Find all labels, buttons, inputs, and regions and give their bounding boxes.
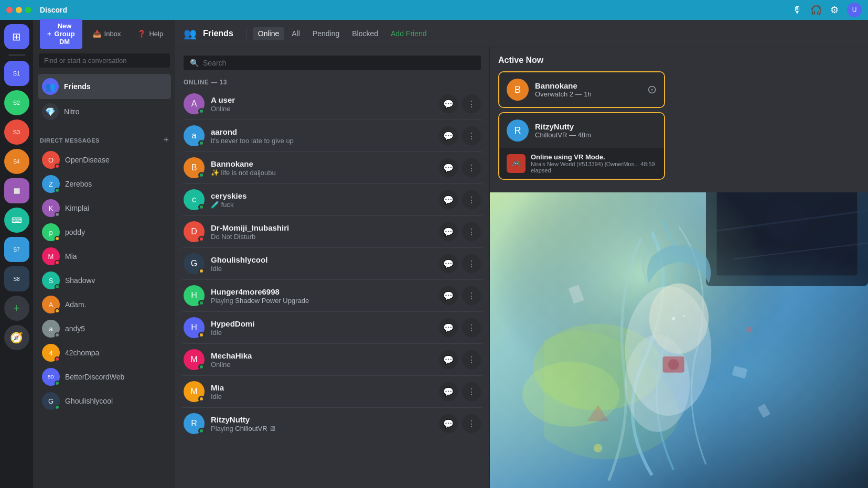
friend-item[interactable]: G Ghoulishlycool Idle 💬 ⋮: [179, 247, 485, 279]
server-icon-2[interactable]: S2: [4, 90, 29, 115]
message-friend-button[interactable]: 💬: [439, 254, 458, 273]
tab-online[interactable]: Online: [253, 27, 284, 40]
message-friend-button[interactable]: 💬: [439, 286, 458, 305]
active-now-card-ritzynutty[interactable]: R RitzyNutty ChilloutVR — 48m 🎮 Online u…: [498, 112, 665, 180]
message-friend-button[interactable]: 💬: [439, 158, 458, 177]
message-friend-button[interactable]: 💬: [439, 126, 458, 145]
friend-item[interactable]: c ceryskies 🧪 fuck 💬 ⋮: [179, 183, 485, 215]
dm-item[interactable]: 4 42chompa: [38, 341, 171, 365]
dm-item[interactable]: G Ghoulishlycool: [38, 389, 171, 413]
dm-item[interactable]: a andy5: [38, 317, 171, 341]
friend-item[interactable]: R RitzyNutty Playing ChilloutVR 🖥 💬 ⋮: [179, 407, 485, 439]
tab-add-friend[interactable]: Add Friend: [385, 27, 432, 40]
window-controls[interactable]: [6, 7, 31, 13]
headphones-icon[interactable]: 🎧: [810, 4, 822, 16]
friend-avatar-wrap: a: [184, 125, 205, 146]
dm-item[interactable]: O OpenDisease: [38, 148, 171, 172]
nitro-icon: 💎: [42, 103, 59, 120]
more-options-button[interactable]: ⋮: [462, 94, 481, 113]
microphone-icon[interactable]: 🎙: [792, 5, 802, 16]
server-icon-5[interactable]: ⬜: [4, 178, 29, 203]
active-body-title: Online using VR Mode.: [531, 153, 657, 161]
active-now-card-bannokane[interactable]: B Bannokane Overwatch 2 — 1h ⊙: [498, 71, 665, 108]
more-options-button[interactable]: ⋮: [462, 126, 481, 145]
server-icon-7[interactable]: S7: [4, 237, 29, 262]
friend-actions: 💬 ⋮: [439, 382, 481, 401]
friend-status-dot: [198, 204, 205, 210]
dm-item[interactable]: S Shadowv: [38, 268, 171, 292]
friend-name: HypedDomi: [211, 319, 439, 328]
help-button[interactable]: ❓ Help: [131, 27, 169, 41]
friend-item[interactable]: a aarond it's never too late to give up …: [179, 120, 485, 151]
add-dm-button[interactable]: +: [163, 135, 169, 146]
svg-point-19: [672, 317, 675, 320]
dm-avatar-wrap: S: [42, 272, 60, 289]
tab-pending[interactable]: Pending: [307, 27, 345, 40]
dm-item[interactable]: M Mia: [38, 244, 171, 268]
conversation-search-input[interactable]: [39, 53, 170, 68]
friend-avatar-wrap: A: [184, 93, 205, 114]
friend-item[interactable]: H Hunger4more6998 Playing Shadow Power U…: [179, 279, 485, 311]
more-options-button[interactable]: ⋮: [462, 286, 481, 305]
friend-avatar-wrap: B: [184, 157, 205, 178]
add-server-button[interactable]: +: [4, 296, 29, 321]
maximize-button[interactable]: [25, 7, 31, 13]
server-icon-3[interactable]: S3: [4, 120, 29, 145]
search-icon: 🔍: [190, 59, 199, 67]
friend-item[interactable]: B Bannokane ✨ life is not daijoubu 💬 ⋮: [179, 151, 485, 183]
server-icon-8[interactable]: S8: [4, 266, 29, 291]
message-friend-button[interactable]: 💬: [439, 94, 458, 113]
dm-name: Kimplai: [65, 204, 89, 212]
more-options-button[interactable]: ⋮: [462, 350, 481, 369]
more-options-button[interactable]: ⋮: [462, 318, 481, 337]
svg-rect-3: [717, 192, 858, 275]
server-list: ⊞ S1 S2 S3 S4 ⬜ ⌨ S7 S8 + 🧭: [0, 20, 34, 488]
dm-item[interactable]: Z Zerebos: [38, 172, 171, 196]
message-friend-button[interactable]: 💬: [439, 414, 458, 433]
message-friend-button[interactable]: 💬: [439, 318, 458, 337]
dm-item[interactable]: p poddy: [38, 220, 171, 244]
close-button[interactable]: [6, 7, 13, 13]
new-group-dm-button[interactable]: + New Group DM: [40, 19, 82, 49]
dm-item[interactable]: BD BetterDiscordWeb: [38, 365, 171, 389]
dm-name: Shadowv: [65, 276, 95, 285]
more-options-button[interactable]: ⋮: [462, 382, 481, 401]
friend-status-dot: [198, 332, 205, 338]
message-friend-button[interactable]: 💬: [439, 222, 458, 241]
more-options-button[interactable]: ⋮: [462, 158, 481, 177]
dm-item[interactable]: A Adam.: [38, 292, 171, 317]
settings-icon[interactable]: ⚙: [830, 4, 839, 16]
dm-avatar-wrap: a: [42, 320, 60, 338]
explore-servers-button[interactable]: 🧭: [4, 325, 29, 350]
tab-blocked[interactable]: Blocked: [347, 27, 383, 40]
server-icon-4[interactable]: S4: [4, 149, 29, 174]
more-options-button[interactable]: ⋮: [462, 190, 481, 209]
more-options-button[interactable]: ⋮: [462, 414, 481, 433]
dm-item[interactable]: K Kimplai: [38, 196, 171, 220]
svg-line-5: [706, 211, 868, 232]
nitro-nav-item[interactable]: 💎 Nitro: [38, 99, 171, 124]
friend-item[interactable]: M MechaHika Online 💬 ⋮: [179, 343, 485, 375]
friend-info: Dr-Momiji_Inubashiri Do Not Disturb: [211, 223, 439, 241]
friend-item[interactable]: H HypedDomi Idle 💬 ⋮: [179, 311, 485, 343]
more-options-button[interactable]: ⋮: [462, 222, 481, 241]
server-icon-1[interactable]: S1: [4, 61, 29, 86]
message-friend-button[interactable]: 💬: [439, 350, 458, 369]
nitro-label: Nitro: [64, 107, 80, 116]
friend-item[interactable]: A A user Online 💬 ⋮: [179, 88, 485, 120]
friend-info: MechaHika Online: [211, 351, 439, 368]
friends-nav-item[interactable]: 👥 Friends: [38, 74, 171, 99]
minimize-button[interactable]: [16, 7, 22, 13]
svg-rect-15: [732, 366, 748, 379]
message-friend-button[interactable]: 💬: [439, 382, 458, 401]
user-avatar[interactable]: U: [847, 3, 862, 17]
more-options-button[interactable]: ⋮: [462, 254, 481, 273]
server-icon-6[interactable]: ⌨: [4, 208, 29, 233]
home-icon-button[interactable]: ⊞: [4, 24, 29, 49]
inbox-button[interactable]: 📥 Inbox: [87, 27, 127, 41]
friend-item[interactable]: M Mia Idle 💬 ⋮: [179, 375, 485, 407]
friends-search-input[interactable]: [203, 59, 475, 67]
tab-all[interactable]: All: [286, 27, 305, 40]
message-friend-button[interactable]: 💬: [439, 190, 458, 209]
friend-item[interactable]: D Dr-Momiji_Inubashiri Do Not Disturb 💬 …: [179, 215, 485, 247]
